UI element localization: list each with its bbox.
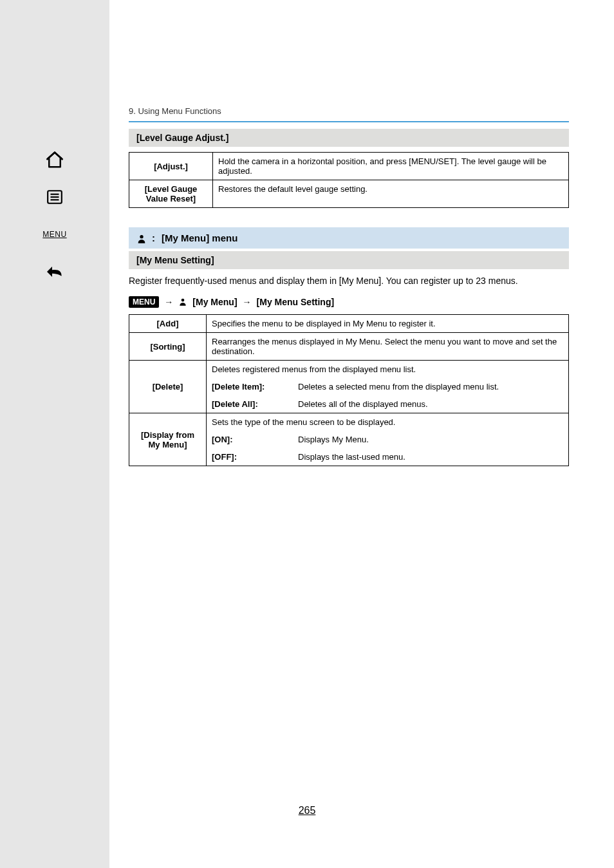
reset-label: [Level Gauge Value Reset] (129, 180, 213, 208)
person-icon (136, 233, 145, 243)
display-off-row: [OFF]: Displays the last-used menu. (207, 448, 569, 466)
main-content: 9. Using Menu Functions [Level Gauge Adj… (129, 106, 569, 466)
table-row: [Adjust.] Hold the camera in a horizonta… (129, 153, 569, 180)
table-row: [Level Gauge Value Reset] Restores the d… (129, 180, 569, 208)
delete-all-desc: Deletes all of the displayed menus. (298, 399, 563, 409)
menu-badge: MENU (129, 296, 159, 308)
table-row: [Display from My Menu] Sets the type of … (129, 413, 569, 431)
table-row: [Sorting] Rearranges the menus displayed… (129, 333, 569, 361)
reset-desc: Restores the default level gauge setting… (213, 180, 569, 208)
display-off-desc: Displays the last-used menu. (298, 452, 563, 462)
delete-label: [Delete] (129, 361, 207, 413)
table-row: [Delete] Deletes registered menus from t… (129, 361, 569, 379)
my-menu-table: [Add] Specifies the menu to be displayed… (129, 314, 569, 466)
add-label: [Add] (129, 315, 207, 333)
menu-path: MENU → [My Menu] → [My Menu Setting] (129, 296, 569, 308)
display-label: [Display from My Menu] (129, 413, 207, 466)
level-gauge-table: [Adjust.] Hold the camera in a horizonta… (129, 152, 569, 208)
breadcrumb: 9. Using Menu Functions (129, 106, 569, 122)
arrow-icon: → (164, 297, 173, 307)
document-icon[interactable] (43, 185, 66, 209)
delete-item-label: [Delete Item]: (212, 382, 289, 392)
add-desc: Specifies the menu to be displayed in My… (207, 315, 569, 333)
person-icon (178, 297, 187, 307)
table-row: [Add] Specifies the menu to be displayed… (129, 315, 569, 333)
display-on-desc: Displays My Menu. (298, 435, 563, 444)
home-icon[interactable] (43, 148, 66, 171)
adjust-label: [Adjust.] (129, 153, 213, 180)
my-menu-header: : [My Menu] menu (129, 227, 569, 249)
delete-all-row: [Delete All]: Deletes all of the display… (207, 395, 569, 413)
adjust-desc: Hold the camera in a horizontal position… (213, 153, 569, 180)
my-menu-setting-heading: [My Menu Setting] (129, 251, 569, 269)
sorting-label: [Sorting] (129, 333, 207, 361)
level-gauge-heading: [Level Gauge Adjust.] (129, 129, 569, 147)
path-seg1: [My Menu] (192, 297, 237, 307)
delete-item-desc: Deletes a selected menu from the display… (298, 382, 563, 392)
menu-text-icon[interactable]: MENU (43, 223, 66, 246)
sorting-desc: Rearranges the menus displayed in My Men… (207, 333, 569, 361)
page-number: 265 (0, 805, 614, 816)
display-line1: Sets the type of the menu screen to be d… (207, 413, 569, 431)
path-seg2: [My Menu Setting] (257, 297, 335, 307)
delete-all-label: [Delete All]: (212, 399, 289, 409)
display-on-row: [ON]: Displays My Menu. (207, 431, 569, 448)
arrow-icon: → (243, 297, 252, 307)
back-icon[interactable] (43, 260, 66, 283)
display-off-label: [OFF]: (212, 452, 289, 462)
colon: : (152, 232, 155, 243)
my-menu-header-label: [My Menu] menu (162, 232, 237, 243)
svg-point-5 (181, 299, 185, 302)
display-on-label: [ON]: (212, 435, 289, 444)
delete-line1: Deletes registered menus from the displa… (207, 361, 569, 379)
sidebar: MENU (0, 0, 109, 868)
delete-item-row: [Delete Item]: Deletes a selected menu f… (207, 378, 569, 395)
my-menu-intro: Register frequently-used menus and displ… (129, 274, 569, 287)
svg-point-4 (140, 235, 143, 238)
